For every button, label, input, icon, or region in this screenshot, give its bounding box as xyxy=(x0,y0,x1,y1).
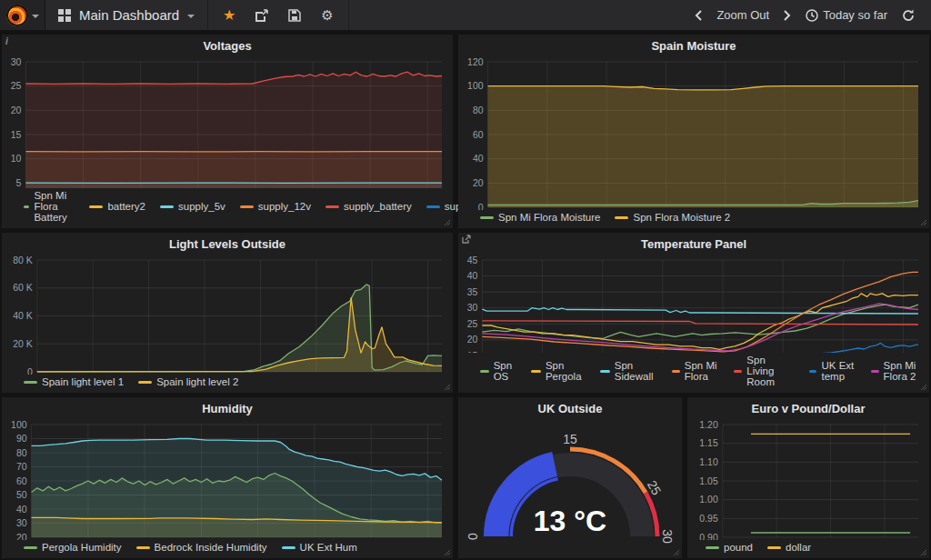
panel-title: Euro v Pound/Dollar xyxy=(752,402,866,415)
legend-item[interactable]: supply_5v xyxy=(160,201,225,212)
svg-text:08:00: 08:00 xyxy=(246,539,270,540)
chevron-down-icon xyxy=(187,15,195,22)
legend-item[interactable]: Bedrock Inside Humidity xyxy=(136,542,267,553)
dashboard: i Voltages 00:0002:0004:0006:0008:0010:0… xyxy=(0,30,931,560)
legend-item[interactable]: dollar xyxy=(767,542,811,553)
star-icon: ★ xyxy=(223,6,235,24)
legend-item[interactable]: Spn Flora Moisture 2 xyxy=(615,212,730,223)
legend-item[interactable]: UK Ext Hum xyxy=(282,542,357,553)
svg-text:08:00: 08:00 xyxy=(248,374,272,375)
settings-button[interactable]: ⚙ xyxy=(314,5,341,26)
panel-title-menu[interactable]: Temperature Panel xyxy=(458,233,929,255)
chevron-right-icon xyxy=(784,10,791,21)
legend-swatch-icon xyxy=(767,546,781,549)
legend-item[interactable]: Pergola Humidity xyxy=(24,542,122,553)
resize-handle[interactable] xyxy=(444,549,451,556)
legend-item[interactable]: battery2 xyxy=(89,201,145,212)
svg-text:14:00: 14:00 xyxy=(892,209,916,210)
svg-text:04:00: 04:00 xyxy=(136,374,160,375)
legend-item[interactable]: supply_battery xyxy=(325,201,412,212)
svg-text:0.90: 0.90 xyxy=(699,532,718,541)
legend-item[interactable]: Spn Living Room xyxy=(734,355,794,387)
legend-label: Spn Flora Moisture 2 xyxy=(633,212,730,223)
panel-title-menu[interactable]: Spain Moisture xyxy=(458,35,929,56)
svg-text:20: 20 xyxy=(11,105,22,115)
resize-handle[interactable] xyxy=(673,549,680,556)
zoom-out-right-button[interactable] xyxy=(778,10,796,21)
svg-text:15: 15 xyxy=(467,350,478,353)
svg-text:1.00: 1.00 xyxy=(699,494,718,505)
refresh-button[interactable] xyxy=(896,9,920,22)
panel-title-menu[interactable]: Euro v Pound/Dollar xyxy=(687,397,929,419)
legend-item[interactable]: UK Ext temp xyxy=(809,360,856,382)
svg-text:14:00: 14:00 xyxy=(416,374,440,375)
svg-text:04:00: 04:00 xyxy=(133,539,156,540)
svg-text:90: 90 xyxy=(16,433,27,444)
chevron-left-icon xyxy=(695,10,702,21)
legend-item[interactable]: Spn Pergola xyxy=(531,360,586,382)
svg-text:40: 40 xyxy=(16,504,27,515)
svg-text:10: 10 xyxy=(11,153,22,164)
svg-text:60 K: 60 K xyxy=(13,282,33,293)
resize-handle[interactable] xyxy=(920,219,927,226)
dashboard-picker[interactable]: Main Dashboard xyxy=(45,0,208,30)
legend-item[interactable]: Spn Mi Flora xyxy=(672,360,719,382)
zoom-out-button[interactable]: Zoom Out xyxy=(711,8,775,22)
humidity-plot-area[interactable]: 00:0002:0004:0006:0008:0010:0012:0014:00… xyxy=(5,419,449,540)
zoom-out-left-button[interactable] xyxy=(689,10,707,21)
temperature-plot-area[interactable]: 00:0002:0004:0006:0008:0010:0012:0014:00… xyxy=(462,255,926,353)
legend-item[interactable]: Spn OS xyxy=(480,360,516,382)
panel-voltages: i Voltages 00:0002:0004:0006:0008:0010:0… xyxy=(2,35,453,228)
legend-swatch-icon xyxy=(809,370,817,373)
panel-euro: Euro v Pound/Dollar 00:0004:0008:0012:00… xyxy=(687,397,929,558)
legend-label: battery2 xyxy=(107,201,145,212)
legend-label: supply_5v xyxy=(178,201,225,212)
legend-item[interactable]: Spain light level 1 xyxy=(24,376,124,387)
legend-label: Spn Mi Flora xyxy=(685,360,720,382)
svg-text:30: 30 xyxy=(16,517,27,528)
svg-text:1.15: 1.15 xyxy=(699,437,718,448)
legend-item[interactable]: Spn Mi Flora Battery xyxy=(24,190,75,223)
star-button[interactable]: ★ xyxy=(215,5,243,26)
panel-title-menu[interactable]: Humidity xyxy=(2,397,453,419)
grafana-logo-icon xyxy=(6,5,28,26)
legend-item[interactable]: Spn Mi Flora 2 xyxy=(871,360,924,382)
legend-item[interactable]: Spn Sidewall xyxy=(600,360,657,382)
resize-handle[interactable] xyxy=(444,384,451,391)
resize-handle[interactable] xyxy=(444,219,451,226)
light-levels-plot-area[interactable]: 00:0002:0004:0006:0008:0010:0012:0014:00… xyxy=(5,255,449,375)
grafana-logo-menu[interactable] xyxy=(0,0,45,30)
legend-item[interactable]: supply_12v xyxy=(240,201,311,212)
svg-text:1.05: 1.05 xyxy=(699,475,718,486)
svg-text:0: 0 xyxy=(27,366,33,375)
svg-text:80: 80 xyxy=(16,447,27,458)
legend-swatch-icon xyxy=(426,205,440,208)
svg-text:04:00: 04:00 xyxy=(595,209,618,210)
svg-text:08:00: 08:00 xyxy=(818,539,842,540)
resize-handle[interactable] xyxy=(920,384,927,391)
info-icon[interactable]: i xyxy=(5,36,8,46)
legend-label: Bedrock Inside Humidity xyxy=(155,542,267,553)
legend-label: Pergola Humidity xyxy=(42,542,122,553)
panel-title-menu[interactable]: Voltages xyxy=(2,35,453,56)
legend-swatch-icon xyxy=(282,546,295,549)
save-button[interactable] xyxy=(281,5,308,26)
time-range-button[interactable]: Today so far xyxy=(800,8,893,22)
legend-label: Spn OS xyxy=(494,360,517,382)
legend-item[interactable]: Spn Mi Flora Moisture xyxy=(480,212,600,223)
svg-text:20: 20 xyxy=(467,334,478,345)
share-button[interactable] xyxy=(248,5,275,26)
panel-spain-moisture: Spain Moisture 00:0002:0004:0006:0008:00… xyxy=(458,35,929,228)
legend-item[interactable]: Spain light level 2 xyxy=(138,376,238,387)
panel-title-menu[interactable]: UK Outside xyxy=(458,397,682,419)
spain-moisture-legend: Spn Mi Flora MoistureSpn Flora Moisture … xyxy=(458,210,929,228)
legend-item[interactable]: pound xyxy=(706,542,753,553)
panel-title-menu[interactable]: Light Levels Outside xyxy=(2,233,453,255)
legend-swatch-icon xyxy=(734,370,742,373)
voltages-plot-area[interactable]: 00:0002:0004:0006:0008:0010:0012:0014:00… xyxy=(5,56,449,188)
external-link-icon[interactable] xyxy=(462,235,471,245)
euro-plot-area[interactable]: 00:0004:0008:0012:000.900.951.001.051.10… xyxy=(691,419,926,540)
resize-handle[interactable] xyxy=(920,549,927,556)
spain-moisture-plot-area[interactable]: 00:0002:0004:0006:0008:0010:0012:0014:00… xyxy=(462,56,926,210)
light-levels-legend: Spain light level 1Spain light level 2 xyxy=(2,375,453,393)
